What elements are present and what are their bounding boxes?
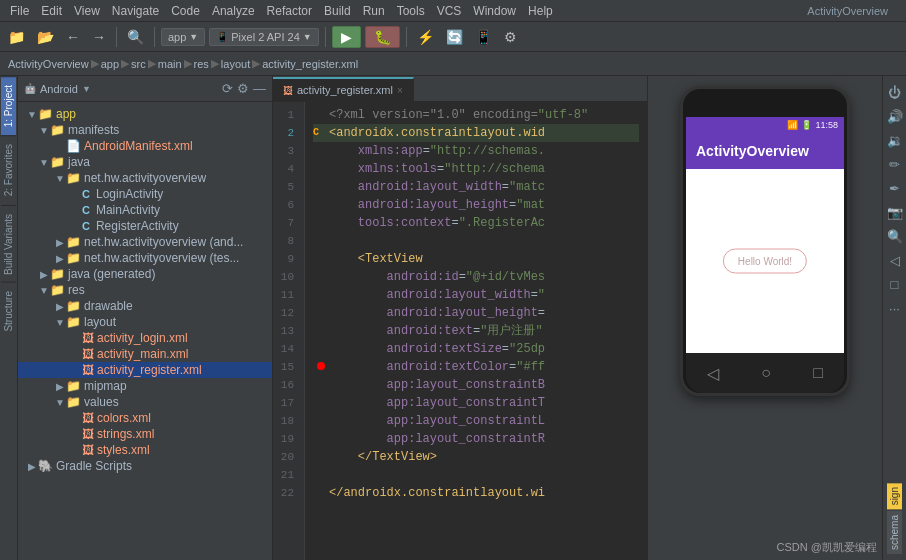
app-config-dropdown[interactable]: app ▼ — [161, 28, 205, 46]
tree-item-mainactivity[interactable]: C MainActivity — [18, 202, 272, 218]
code-line-1: <?xml version="1.0" encoding="utf-8" — [313, 106, 639, 124]
menu-refactor[interactable]: Refactor — [261, 4, 318, 18]
sidebar-tab-project[interactable]: 1: Project — [1, 76, 16, 135]
tree-item-activity-main[interactable]: 🖼 activity_main.xml — [18, 346, 272, 362]
schema-tab[interactable]: schema — [887, 511, 902, 554]
tree-item-gradle[interactable]: ▶ 🐘 Gradle Scripts — [18, 458, 272, 474]
tree-item-net2[interactable]: ▶ 📁 net.hw.activityoverview (and... — [18, 234, 272, 250]
sync-btn[interactable]: 🔄 — [442, 27, 467, 47]
menu-edit[interactable]: Edit — [35, 4, 68, 18]
phone-nav-recent[interactable]: □ — [813, 364, 823, 382]
menu-help[interactable]: Help — [522, 4, 559, 18]
tree-item-activity-login[interactable]: 🖼 activity_login.xml — [18, 330, 272, 346]
tree-item-java[interactable]: ▼ 📁 java — [18, 154, 272, 170]
line-num-20: 20 — [273, 448, 300, 466]
menu-code[interactable]: Code — [165, 4, 206, 18]
tree-item-colors[interactable]: 🖼 colors.xml — [18, 410, 272, 426]
editor-tab-register[interactable]: 🖼 activity_register.xml × — [273, 77, 414, 101]
right-tool-more[interactable]: ··· — [885, 298, 905, 318]
tab-close-btn[interactable]: × — [397, 85, 403, 96]
collapse-icon[interactable]: — — [253, 81, 266, 96]
menu-build[interactable]: Build — [318, 4, 357, 18]
design-tab[interactable]: sign — [887, 483, 902, 509]
code-line-11: android:layout_width=" — [313, 286, 639, 304]
line-num-4: 4 — [273, 160, 300, 178]
tree-arrow-drawable: ▶ — [54, 301, 66, 312]
tree-item-manifests[interactable]: ▼ 📁 manifests — [18, 122, 272, 138]
profiler-btn[interactable]: ⚡ — [413, 27, 438, 47]
code-area[interactable]: 1 2 3 4 5 6 7 8 9 10 11 12 13 14 15 16 1… — [273, 102, 647, 560]
menu-vcs[interactable]: VCS — [431, 4, 468, 18]
line-num-7: 7 — [273, 214, 300, 232]
tree-item-res[interactable]: ▼ 📁 res — [18, 282, 272, 298]
tree-arrow-res: ▼ — [38, 285, 50, 296]
line-num-1: 1 — [273, 106, 300, 124]
breadcrumb-main[interactable]: main — [158, 58, 182, 70]
menu-navigate[interactable]: Navigate — [106, 4, 165, 18]
sdk-btn[interactable]: ⚙ — [500, 27, 521, 47]
tree-item-values[interactable]: ▼ 📁 values — [18, 394, 272, 410]
right-tool-camera[interactable]: 📷 — [885, 202, 905, 222]
tree-item-registeractivity[interactable]: C RegisterActivity — [18, 218, 272, 234]
view-dropdown-icon[interactable]: ▼ — [82, 84, 91, 94]
settings-icon[interactable]: ⚙ — [237, 81, 249, 96]
sidebar-tab-structure[interactable]: Structure — [1, 282, 16, 340]
breadcrumb-src[interactable]: src — [131, 58, 146, 70]
code-line-6: android:layout_height="mat — [313, 196, 639, 214]
breadcrumb-layout[interactable]: layout — [221, 58, 250, 70]
tree-item-androidmanifest[interactable]: 📄 AndroidManifest.xml — [18, 138, 272, 154]
toolbar-new-btn[interactable]: 📁 — [4, 27, 29, 47]
right-tool-vol-down[interactable]: 🔉 — [885, 130, 905, 150]
tree-item-drawable[interactable]: ▶ 📁 drawable — [18, 298, 272, 314]
tree-item-app[interactable]: ▼ 📁 app — [18, 106, 272, 122]
code-line-4: xmlns:tools="http://schema — [313, 160, 639, 178]
menu-run[interactable]: Run — [357, 4, 391, 18]
tree-item-strings[interactable]: 🖼 strings.xml — [18, 426, 272, 442]
tree-item-loginactivity[interactable]: C LoginActivity — [18, 186, 272, 202]
code-content[interactable]: <?xml version="1.0" encoding="utf-8" C <… — [305, 102, 647, 560]
menu-file[interactable]: File — [4, 4, 35, 18]
phone-status-bar: 📶 🔋 11:58 — [686, 117, 844, 133]
run-button[interactable]: ▶ — [332, 26, 361, 48]
code-line-8 — [313, 232, 639, 250]
debug-button[interactable]: 🐛 — [365, 26, 400, 48]
folder-icon-java-gen: 📁 — [50, 267, 65, 281]
device-dropdown[interactable]: 📱 Pixel 2 API 24 ▼ — [209, 28, 318, 46]
tree-item-net3[interactable]: ▶ 📁 net.hw.activityoverview (tes... — [18, 250, 272, 266]
right-tool-square[interactable]: □ — [885, 274, 905, 294]
tree-item-layout[interactable]: ▼ 📁 layout — [18, 314, 272, 330]
menu-tools[interactable]: Tools — [391, 4, 431, 18]
android-view-label[interactable]: Android — [40, 83, 78, 95]
toolbar-search-btn[interactable]: 🔍 — [123, 27, 148, 47]
breakpoint-15 — [313, 358, 329, 376]
breadcrumb-file[interactable]: activity_register.xml — [262, 58, 358, 70]
tree-item-styles[interactable]: 🖼 styles.xml — [18, 442, 272, 458]
right-tool-eraser[interactable]: ✒ — [885, 178, 905, 198]
menu-view[interactable]: View — [68, 4, 106, 18]
tree-item-activity-register[interactable]: 🖼 activity_register.xml — [18, 362, 272, 378]
tree-item-mipmap[interactable]: ▶ 📁 mipmap — [18, 378, 272, 394]
menu-window[interactable]: Window — [467, 4, 522, 18]
phone-nav-home[interactable]: ○ — [761, 364, 771, 382]
right-tool-power[interactable]: ⏻ — [885, 82, 905, 102]
tree-item-net1[interactable]: ▼ 📁 net.hw.activityoverview — [18, 170, 272, 186]
sidebar-tab-build-variants[interactable]: Build Variants — [1, 205, 16, 283]
phone-nav-back[interactable]: ◁ — [707, 364, 719, 383]
breadcrumb-res[interactable]: res — [194, 58, 209, 70]
right-tool-rotate[interactable]: ✏ — [885, 154, 905, 174]
sidebar-tab-favorites[interactable]: 2: Favorites — [1, 135, 16, 204]
right-tool-vol-up[interactable]: 🔊 — [885, 106, 905, 126]
avd-btn[interactable]: 📱 — [471, 27, 496, 47]
sync-icon[interactable]: ⟳ — [222, 81, 233, 96]
tree-item-java-gen[interactable]: ▶ 📁 java (generated) — [18, 266, 272, 282]
breadcrumb-activityoverview[interactable]: ActivityOverview — [8, 58, 89, 70]
breadcrumb-app[interactable]: app — [101, 58, 119, 70]
right-tool-zoom[interactable]: 🔍 — [885, 226, 905, 246]
phone-mockup: 📶 🔋 11:58 ActivityOverview Hello World! … — [680, 86, 850, 396]
menu-analyze[interactable]: Analyze — [206, 4, 261, 18]
right-tool-back[interactable]: ◁ — [885, 250, 905, 270]
toolbar-open-btn[interactable]: 📂 — [33, 27, 58, 47]
toolbar-forward-btn[interactable]: → — [88, 27, 110, 47]
separator-4 — [406, 27, 407, 47]
toolbar-back-btn[interactable]: ← — [62, 27, 84, 47]
